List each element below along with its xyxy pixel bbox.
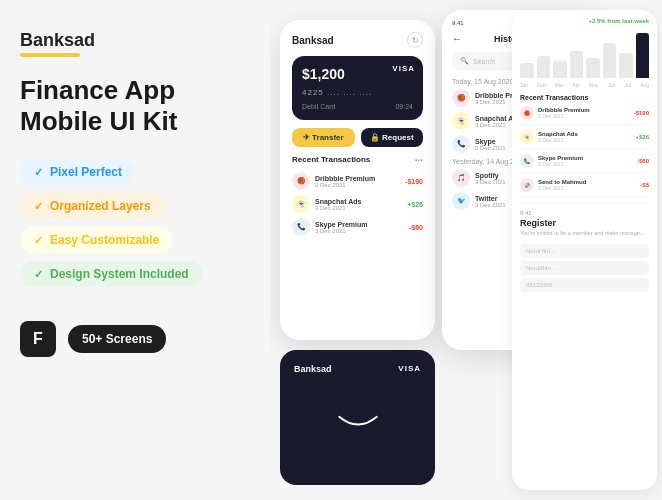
- screens-badge: 50+ Screens: [68, 325, 166, 353]
- figma-icon[interactable]: F: [20, 321, 56, 357]
- divider: [520, 203, 649, 204]
- table-row: 🏀 Dribbble Premium 3 Dec 2021 -$190: [292, 172, 423, 190]
- smile-decoration: [294, 374, 421, 471]
- feature-organized-layers: ✓ Organized Layers: [20, 193, 165, 219]
- chart-label-row: Jan Feb Mar Apr May Jun Jul Aug: [520, 82, 649, 88]
- username-input[interactable]: NurulRitri...: [520, 261, 649, 275]
- chart-bar-aug: [636, 33, 650, 78]
- card-number: 4225 .... .... ....: [302, 88, 413, 97]
- bar-chart: [520, 28, 649, 78]
- table-row: 👻 Snapchat Ads 3 Dec 2021 +$26: [292, 195, 423, 213]
- visa-label: VISA: [392, 64, 415, 73]
- dribbble-icon: 🏀: [452, 89, 470, 107]
- request-button[interactable]: 🔒 Request: [361, 128, 424, 147]
- logo-underline: [20, 53, 80, 57]
- feature-design-system: ✓ Design System Included: [20, 261, 203, 287]
- dribbble-icon: 🏀: [292, 172, 310, 190]
- snapchat-icon: 👻: [452, 112, 470, 130]
- right-panel: Banksad ↻ VISA $1,200 4225 .... .... ...…: [270, 0, 662, 500]
- feature-easy-customizable: ✓ Easy Customizable: [20, 227, 173, 253]
- dark-card-mockup: Banksad VISA: [280, 350, 435, 485]
- transaction-list: 🏀 Dribbble Premium 3 Dec 2021 -$190 👻 Sn…: [292, 172, 423, 236]
- chart-bar-apr: [570, 51, 584, 79]
- list-item: 📞 Skype Premium 3 Dec 2021 -$60: [520, 154, 649, 173]
- dark-card-visa: VISA: [398, 364, 421, 373]
- chart-bar-mar: [553, 61, 567, 79]
- top-right-panel: +2.5% from last week Jan Feb Mar Apr May…: [512, 10, 657, 490]
- phone-main-mockup: Banksad ↻ VISA $1,200 4225 .... .... ...…: [280, 20, 435, 340]
- recent-transactions-title: Recent Transactions: [520, 94, 649, 101]
- chart-bar-may: [586, 58, 600, 78]
- snapchat-icon: 👻: [520, 130, 534, 144]
- action-buttons: ✈ Transfer 🔒 Request: [292, 128, 423, 147]
- send-icon: 💸: [520, 178, 534, 192]
- chart-bar-jul: [619, 53, 633, 78]
- skype-icon: 📞: [452, 135, 470, 153]
- time-label: 9:41: [520, 210, 649, 216]
- refresh-icon: ↻: [407, 32, 423, 48]
- list-item: 🏀 Dribbble Premium 3 Dec 2021 -$190: [520, 106, 649, 125]
- skype-icon: 📞: [520, 154, 534, 168]
- spotify-icon: 🎵: [452, 169, 470, 187]
- list-item: 👻 Snapchat Ads 3 Dec 2021 +$26: [520, 130, 649, 149]
- card-bottom-info: Debit Card 09:24: [302, 103, 413, 110]
- search-icon: 🔍: [460, 57, 469, 65]
- headline: Finance AppMobile UI Kit: [20, 75, 250, 137]
- chart-bar-jun: [603, 43, 617, 78]
- recent-transactions-title: Recent Transactions ···: [292, 155, 423, 166]
- transfer-button[interactable]: ✈ Transfer: [292, 128, 355, 147]
- twitter-icon: 🐦: [452, 192, 470, 210]
- logo-area: Banksad: [20, 30, 250, 57]
- back-arrow-icon[interactable]: ←: [452, 33, 462, 44]
- phone-input[interactable]: 08123456: [520, 278, 649, 292]
- dribbble-icon: 🏀: [520, 106, 534, 120]
- dark-card-logo: Banksad: [294, 364, 332, 374]
- list-item: 💸 Send to Mahmud 3 Dec 2021 -$5: [520, 178, 649, 197]
- more-options-icon[interactable]: ···: [415, 155, 423, 166]
- register-subtitle: You're invited to be a member and make m…: [520, 230, 649, 238]
- table-row: 📞 Skype Premium 3 Dec 2021 -$60: [292, 218, 423, 236]
- phone-main-header: Banksad ↻: [292, 32, 423, 48]
- feature-pixel-perfect: ✓ Pixel Perfect: [20, 159, 136, 185]
- phone-logo: Banksad: [292, 35, 334, 46]
- name-input[interactable]: Nurul fitri...: [520, 244, 649, 258]
- snapchat-icon: 👻: [292, 195, 310, 213]
- features-list: ✓ Pixel Perfect ✓ Organized Layers ✓ Eas…: [20, 159, 250, 287]
- logo-text: Banksad: [20, 30, 250, 51]
- skype-icon: 📞: [292, 218, 310, 236]
- chart-bar-jan: [520, 63, 534, 78]
- smile-icon: [333, 408, 383, 438]
- chart-bar-feb: [537, 56, 551, 79]
- bottom-row: F 50+ Screens: [20, 321, 250, 357]
- debit-card: VISA $1,200 4225 .... .... .... Debit Ca…: [292, 56, 423, 120]
- register-title: Register: [520, 218, 649, 228]
- growth-tag: +2.5% from last week: [520, 18, 649, 24]
- dark-card-top: Banksad VISA: [294, 364, 421, 374]
- left-panel: Banksad Finance AppMobile UI Kit ✓ Pixel…: [0, 0, 270, 500]
